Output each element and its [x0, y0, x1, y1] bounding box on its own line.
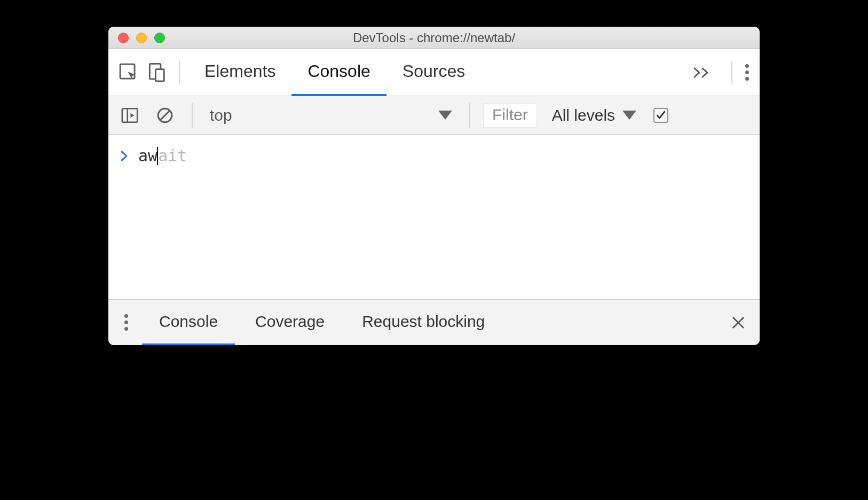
drawer-tab-request-blocking[interactable]: Request blocking — [345, 300, 502, 346]
tab-label: Elements — [204, 61, 275, 81]
console-body: await — [108, 135, 760, 299]
window-minimize-button[interactable] — [136, 33, 147, 43]
divider — [731, 61, 732, 84]
typed-text: aw — [138, 146, 157, 165]
drawer-menu-icon[interactable] — [120, 314, 132, 331]
svg-rect-3 — [122, 108, 137, 122]
window-title: DevTools - chrome://newtab/ — [108, 30, 760, 45]
drawer-tab-console[interactable]: Console — [142, 300, 235, 346]
drawer-tab-label: Request blocking — [362, 312, 485, 331]
tab-label: Sources — [403, 61, 465, 81]
svg-line-6 — [161, 111, 170, 120]
device-toggle-icon[interactable] — [143, 59, 170, 87]
devtools-menu-icon[interactable] — [741, 64, 753, 81]
svg-rect-2 — [155, 69, 164, 81]
svg-rect-0 — [120, 64, 135, 79]
tab-console[interactable]: Console — [291, 49, 386, 96]
drawer-tabs-bar: Console Coverage Request blocking — [108, 299, 760, 345]
window-close-button[interactable] — [118, 33, 129, 43]
window-titlebar: DevTools - chrome://newtab/ — [108, 27, 760, 49]
context-label: top — [210, 106, 232, 124]
log-levels-selector[interactable]: All levels — [552, 106, 636, 124]
console-input[interactable]: await — [138, 146, 187, 165]
drawer-tab-label: Console — [159, 312, 218, 331]
drawer-tab-label: Coverage — [255, 312, 325, 331]
devtools-window: DevTools - chrome://newtab/ Elements Con… — [108, 27, 760, 345]
main-tabs-bar: Elements Console Sources — [108, 49, 760, 96]
chevron-down-icon — [438, 111, 452, 120]
prompt-chevron-icon — [120, 150, 129, 162]
close-drawer-icon[interactable] — [729, 315, 748, 330]
console-toolbar: top Filter All levels — [108, 96, 760, 135]
drawer-tab-coverage[interactable]: Coverage — [238, 300, 342, 346]
tab-sources[interactable]: Sources — [386, 49, 481, 96]
window-traffic-lights — [108, 33, 165, 43]
window-zoom-button[interactable] — [154, 33, 165, 43]
divider — [179, 61, 180, 84]
toggle-console-sidebar-icon[interactable] — [116, 101, 144, 129]
inspect-element-icon[interactable] — [115, 59, 143, 87]
autocomplete-ghost: ait — [158, 146, 187, 165]
clear-console-icon[interactable] — [151, 101, 179, 129]
console-prompt-line[interactable]: await — [120, 146, 748, 165]
chevron-down-icon — [622, 111, 636, 120]
context-selector[interactable]: top — [206, 106, 456, 124]
divider — [469, 103, 470, 128]
filter-placeholder: Filter — [492, 106, 528, 123]
tab-elements[interactable]: Elements — [188, 49, 291, 96]
filter-input[interactable]: Filter — [483, 103, 537, 128]
tab-label: Console — [307, 61, 370, 81]
levels-label: All levels — [552, 106, 615, 124]
divider — [192, 103, 193, 128]
more-tabs-icon[interactable] — [683, 67, 723, 79]
preserve-log-checkbox[interactable] — [653, 108, 668, 123]
